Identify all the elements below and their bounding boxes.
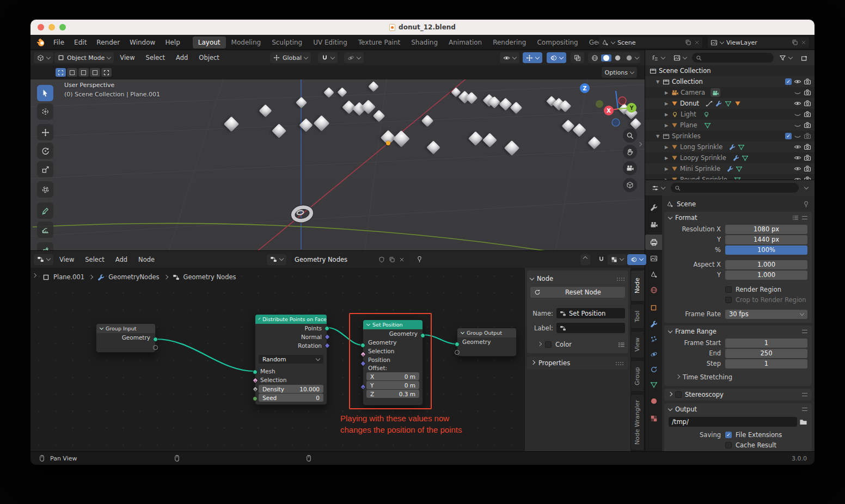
sidebar-tab-node[interactable]: Node	[630, 270, 644, 302]
tab-world[interactable]	[645, 282, 662, 298]
eye-icon[interactable]	[794, 143, 801, 151]
socket-seed-input[interactable]	[253, 396, 258, 401]
color-checkbox[interactable]	[545, 341, 552, 348]
socket-mesh-input[interactable]	[253, 370, 258, 374]
outliner-row-camera[interactable]: ▶ Camera	[645, 87, 815, 98]
fake-user-shield-icon[interactable]	[378, 256, 385, 263]
copy-icon[interactable]	[389, 256, 395, 263]
viewport-menu-add[interactable]: Add	[171, 52, 193, 64]
viewport-menu-select[interactable]: Select	[141, 52, 170, 64]
outliner-row-donut[interactable]: ▶ Donut	[645, 98, 815, 109]
collection-checkbox[interactable]: ✓	[785, 133, 792, 139]
camera-disabled-icon[interactable]	[804, 132, 811, 140]
snapping-icon[interactable]	[598, 256, 605, 263]
proportional-editing-button[interactable]	[344, 52, 364, 63]
tool-cursor[interactable]	[37, 103, 53, 120]
tool-transform[interactable]	[37, 181, 53, 198]
panel-grip[interactable]	[616, 277, 625, 281]
tab-particles[interactable]	[645, 331, 662, 347]
color-row[interactable]: Color	[530, 341, 625, 348]
outliner-row-scene-collection[interactable]: Scene Collection	[645, 65, 815, 76]
viewport-menu-view[interactable]: View	[115, 52, 139, 64]
node-menu-node[interactable]: Node	[133, 254, 160, 266]
tab-modifiers[interactable]	[645, 316, 662, 331]
workspace-tab-shading[interactable]: Shading	[406, 36, 443, 48]
seed-field[interactable]: Seed0	[259, 394, 323, 402]
tab-object[interactable]	[645, 300, 662, 315]
resolution-x-field[interactable]: 1080 px	[725, 225, 807, 234]
tool-scale[interactable]	[37, 161, 53, 177]
breadcrumb-modifier[interactable]: GeometryNodes	[108, 273, 159, 281]
gizmo-z-ball[interactable]: Z	[580, 83, 590, 93]
workspace-tab-layout[interactable]: Layout	[193, 36, 226, 48]
presets-icon[interactable]	[618, 341, 625, 348]
disclosure-icon[interactable]: ▶	[664, 167, 669, 171]
eye-icon[interactable]	[794, 78, 801, 85]
output-path-field[interactable]: /tmp/	[669, 417, 797, 427]
pin-icon[interactable]	[803, 201, 810, 208]
gizmo-x-ball[interactable]: X	[604, 106, 614, 115]
workspace-tab-rendering[interactable]: Rendering	[487, 36, 531, 48]
tab-scene[interactable]	[645, 267, 662, 282]
crop-region-checkbox[interactable]	[725, 297, 732, 303]
disclosure-icon[interactable]: ▶	[664, 145, 669, 150]
panel-grip[interactable]	[615, 361, 624, 365]
outliner-row-loopy-sprinkle[interactable]: ▶ Loopy Sprinkle	[645, 152, 815, 163]
node-header[interactable]: Group Output	[457, 328, 516, 337]
disclosure-icon[interactable]: ▶	[664, 112, 669, 117]
render-region-checkbox[interactable]	[725, 286, 732, 293]
panel-menu-icon[interactable]	[802, 216, 807, 219]
overlays-toggle[interactable]	[547, 52, 566, 63]
disclosure-icon[interactable]: ▶	[664, 123, 669, 128]
disclosure-icon[interactable]: ▶	[664, 156, 669, 161]
node-menu-select[interactable]: Select	[80, 254, 109, 266]
sidebar-tab-node-wrangler[interactable]: Node Wrangler	[630, 394, 644, 451]
frame-end-field[interactable]: 250	[725, 349, 807, 358]
select-mode-tweak[interactable]	[56, 68, 66, 77]
breadcrumb-tree[interactable]: Geometry Nodes	[183, 273, 236, 281]
snap-grid-dropdown[interactable]	[608, 254, 627, 265]
node-menu-view[interactable]: View	[54, 254, 79, 266]
aspect-x-field[interactable]: 1.000	[725, 260, 807, 269]
select-mode-box[interactable]	[67, 68, 77, 77]
tree-type-button[interactable]	[267, 254, 286, 265]
distribution-method-dropdown[interactable]: Random	[259, 355, 323, 364]
node-name-field[interactable]: Set Position	[556, 308, 625, 318]
camera-visibility-icon[interactable]	[804, 110, 811, 118]
socket-geometry-input[interactable]	[455, 342, 460, 347]
maximize-window-button[interactable]	[59, 24, 66, 30]
eye-closed-icon[interactable]	[794, 110, 801, 118]
node-label-field[interactable]	[556, 323, 625, 333]
workspace-tab-texture-paint[interactable]: Texture Paint	[353, 36, 406, 48]
socket-virtual[interactable]	[153, 345, 158, 350]
disclosure-icon[interactable]: ▶	[664, 90, 669, 95]
sidebar-tab-group[interactable]: Group	[630, 360, 644, 392]
menu-file[interactable]: File	[48, 36, 69, 48]
camera-visibility-icon[interactable]	[804, 78, 811, 85]
filter-id-dropdown[interactable]	[670, 52, 690, 63]
tab-tool[interactable]	[645, 200, 662, 215]
transform-orientation-dropdown[interactable]: Global	[270, 52, 311, 63]
outliner-row-round-sprinkle[interactable]: ▶ Round Sprinkle	[645, 174, 815, 180]
tab-object-data[interactable]	[645, 377, 662, 392]
viewport-canvas[interactable]: User Perspective (0) Scene Collection | …	[30, 79, 645, 251]
panel-menu-icon[interactable]	[802, 393, 807, 396]
editor-type-button[interactable]	[34, 52, 53, 63]
frame-start-field[interactable]: 1	[725, 339, 807, 348]
eye-icon[interactable]	[794, 154, 801, 162]
viewport-menu-object[interactable]: Object	[194, 52, 224, 64]
camera-visibility-icon[interactable]	[804, 176, 811, 180]
outliner-search[interactable]	[692, 53, 774, 63]
filter-button[interactable]	[776, 52, 795, 63]
properties-panel-header[interactable]: Properties	[527, 357, 628, 370]
menu-render[interactable]: Render	[91, 36, 125, 48]
breadcrumb-object[interactable]: Plane.001	[53, 273, 84, 281]
tool-rotate[interactable]	[37, 143, 53, 159]
camera-visibility-icon[interactable]	[804, 154, 811, 162]
display-mode-dropdown[interactable]	[648, 52, 668, 63]
socket-density-input[interactable]	[252, 386, 258, 392]
select-mode-circle[interactable]	[78, 68, 89, 77]
xray-toggle[interactable]	[571, 52, 584, 63]
close-window-button[interactable]	[38, 24, 44, 30]
outliner-row-collection[interactable]: ▼ Collection ✓	[645, 76, 815, 87]
